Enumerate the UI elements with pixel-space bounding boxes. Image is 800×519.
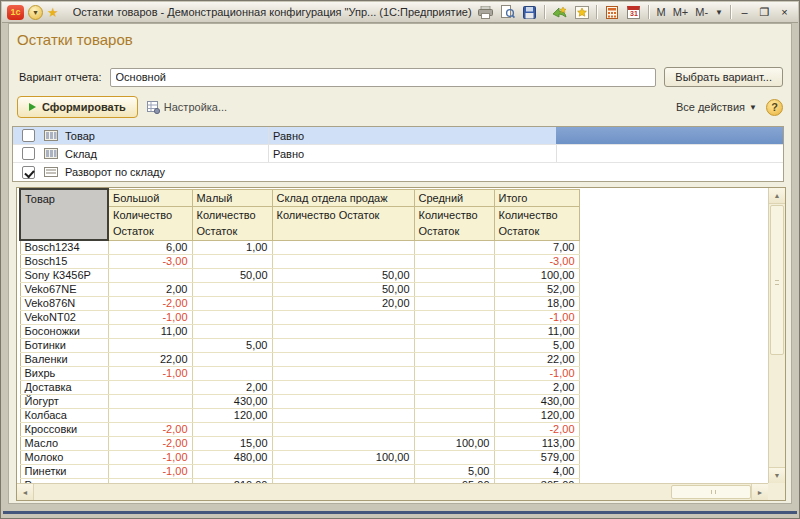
product-cell[interactable]: Пинетки [20, 465, 108, 479]
value-cell[interactable]: -1,00 [108, 311, 192, 325]
value-cell[interactable] [192, 255, 272, 269]
value-cell[interactable]: 20,00 [272, 297, 414, 311]
value-cell[interactable] [192, 311, 272, 325]
save-icon[interactable] [520, 4, 539, 20]
value-cell[interactable]: 430,00 [494, 395, 579, 409]
value-cell[interactable]: 5,00 [494, 339, 579, 353]
add-to-favorites-icon[interactable] [572, 4, 591, 20]
product-cell[interactable]: Кроссовки [20, 423, 108, 437]
column-header[interactable]: Малый [192, 189, 272, 206]
product-cell[interactable]: Sony К3456Р [20, 269, 108, 283]
product-cell[interactable]: Доставка [20, 381, 108, 395]
close-button[interactable]: × [776, 5, 793, 20]
filter-row-sklad[interactable]: Склад Равно [13, 145, 783, 163]
value-cell[interactable] [414, 353, 494, 367]
value-cell[interactable]: -3,00 [108, 255, 192, 269]
product-cell[interactable]: Ботинки [20, 339, 108, 353]
value-cell[interactable] [414, 381, 494, 395]
column-header[interactable]: Склад отдела продаж [272, 189, 414, 206]
titlebar-more-arrow-icon[interactable]: ▼ [713, 8, 725, 17]
value-cell[interactable] [414, 395, 494, 409]
filter-condition[interactable]: Равно [268, 145, 556, 162]
value-cell[interactable] [192, 353, 272, 367]
minimize-button[interactable]: – [736, 5, 753, 20]
value-cell[interactable]: 120,00 [494, 409, 579, 423]
scroll-left-button[interactable]: ◄ [17, 484, 34, 500]
calendar-icon[interactable]: 31 [624, 4, 643, 20]
product-cell[interactable]: Veko67NE [20, 283, 108, 297]
product-cell[interactable]: Колбаса [20, 409, 108, 423]
value-cell[interactable]: 100,00 [414, 437, 494, 451]
value-cell[interactable] [414, 240, 494, 255]
value-cell[interactable]: 1,00 [192, 240, 272, 255]
value-cell[interactable]: -3,00 [494, 255, 579, 269]
value-cell[interactable] [272, 325, 414, 339]
value-cell[interactable]: 50,00 [272, 269, 414, 283]
value-cell[interactable] [108, 409, 192, 423]
value-cell[interactable]: -2,00 [108, 423, 192, 437]
value-cell[interactable] [414, 325, 494, 339]
value-cell[interactable]: -2,00 [494, 423, 579, 437]
value-cell[interactable] [272, 409, 414, 423]
measure-header[interactable]: Количество Остаток [414, 206, 494, 240]
value-cell[interactable]: 5,00 [414, 465, 494, 479]
scroll-right-button[interactable]: ► [751, 484, 768, 500]
value-cell[interactable] [272, 395, 414, 409]
value-cell[interactable] [414, 255, 494, 269]
memory-subtract-button[interactable]: M- [693, 6, 710, 18]
value-cell[interactable] [192, 465, 272, 479]
value-cell[interactable] [192, 283, 272, 297]
generate-button[interactable]: Сформировать [17, 96, 138, 118]
filter-value-cell-selected[interactable] [556, 127, 783, 144]
product-cell[interactable]: Молоко [20, 451, 108, 465]
value-cell[interactable] [272, 311, 414, 325]
column-header[interactable]: Средний [414, 189, 494, 206]
value-cell[interactable]: 2,00 [108, 283, 192, 297]
product-cell[interactable]: Bosch1234 [20, 240, 108, 255]
value-cell[interactable]: -2,00 [108, 437, 192, 451]
product-cell[interactable]: Валенки [20, 353, 108, 367]
vertical-scroll-thumb[interactable] [770, 205, 784, 355]
vertical-scrollbar[interactable]: ▲ ▼ [768, 188, 785, 483]
value-cell[interactable] [414, 297, 494, 311]
value-cell[interactable] [272, 423, 414, 437]
value-cell[interactable] [414, 311, 494, 325]
value-cell[interactable]: 15,00 [192, 437, 272, 451]
value-cell[interactable] [414, 339, 494, 353]
filter-value-cell[interactable] [556, 145, 783, 162]
value-cell[interactable] [414, 409, 494, 423]
horizontal-scroll-thumb[interactable] [671, 485, 751, 499]
value-cell[interactable]: 430,00 [192, 395, 272, 409]
value-cell[interactable]: 113,00 [494, 437, 579, 451]
value-cell[interactable]: 11,00 [108, 325, 192, 339]
value-cell[interactable]: 100,00 [494, 269, 579, 283]
filter-checkbox-tovar[interactable] [22, 129, 35, 142]
memory-recall-button[interactable]: M [654, 6, 667, 18]
value-cell[interactable]: 4,00 [494, 465, 579, 479]
filter-row-tovar[interactable]: Товар Равно [13, 127, 783, 145]
value-cell[interactable] [192, 367, 272, 381]
go-to-favorites-icon[interactable] [550, 4, 569, 20]
value-cell[interactable] [272, 240, 414, 255]
print-icon[interactable] [476, 4, 495, 20]
filter-checkbox-sklad[interactable] [22, 147, 35, 160]
measure-header[interactable]: Количество Остаток [272, 206, 414, 240]
choose-variant-button[interactable]: Выбрать вариант... [664, 67, 783, 87]
filter-checkbox-razvorot[interactable] [22, 166, 35, 179]
value-cell[interactable]: -1,00 [494, 367, 579, 381]
value-cell[interactable]: 11,00 [494, 325, 579, 339]
value-cell[interactable] [414, 269, 494, 283]
main-menu-button[interactable]: ▼ [28, 5, 43, 20]
product-cell[interactable]: Масло [20, 437, 108, 451]
value-cell[interactable]: 480,00 [192, 451, 272, 465]
maximize-button[interactable]: ❐ [756, 5, 773, 20]
variant-input[interactable] [110, 68, 657, 87]
calculator-icon[interactable] [602, 4, 621, 20]
measure-header[interactable]: Количество Остаток [192, 206, 272, 240]
horizontal-scrollbar[interactable]: ◄ ► [17, 483, 768, 500]
filter-condition[interactable]: Равно [268, 127, 556, 144]
value-cell[interactable]: 50,00 [272, 283, 414, 297]
scroll-up-button[interactable]: ▲ [769, 188, 785, 204]
memory-add-button[interactable]: M+ [671, 6, 691, 18]
value-cell[interactable] [272, 437, 414, 451]
